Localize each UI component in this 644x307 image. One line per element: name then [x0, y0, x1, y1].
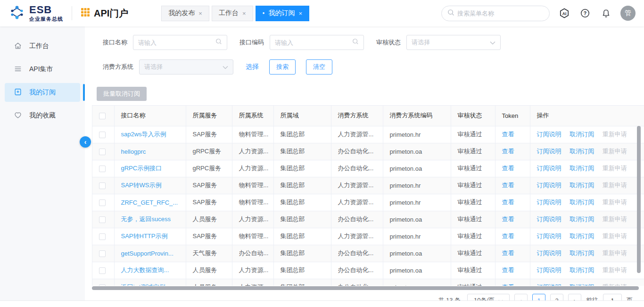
row-checkbox[interactable]: [99, 132, 106, 138]
status-badge: 审核通过: [451, 143, 495, 160]
interface-name-input[interactable]: [138, 39, 213, 46]
interface-name-link[interactable]: 人力大数据查询...: [121, 266, 169, 274]
interface-name-link[interactable]: SAP转WS示例: [121, 182, 162, 189]
batch-unsubscribe-button[interactable]: 批量取消订阅: [97, 87, 147, 101]
token-view-link[interactable]: 查看: [502, 148, 514, 155]
table-row: hellogprc gRPC服务 人力资源... 集团总部 办公自动化... p…: [92, 143, 644, 160]
unsubscribe-link[interactable]: 取消订阅: [570, 283, 594, 286]
consumer-cell: 办公自动化...: [331, 211, 383, 228]
reapply-link[interactable]: 重新申请: [603, 249, 627, 257]
unsubscribe-link[interactable]: 取消订阅: [570, 199, 594, 206]
help-icon[interactable]: ?: [579, 7, 591, 19]
clear-button[interactable]: 清空: [306, 59, 332, 75]
reapply-link[interactable]: 重新申请: [603, 182, 627, 189]
token-view-link[interactable]: 查看: [502, 165, 514, 172]
reapply-link[interactable]: 重新申请: [603, 131, 627, 138]
service-cell: SAP服务: [186, 177, 232, 194]
subscription-note-link[interactable]: 订阅说明: [537, 199, 561, 206]
subscription-note-link[interactable]: 订阅说明: [537, 266, 561, 274]
token-view-link[interactable]: 查看: [502, 232, 514, 240]
unsubscribe-link[interactable]: 取消订阅: [570, 148, 594, 155]
consumer-system-select[interactable]: 请选择: [139, 59, 233, 75]
bell-icon[interactable]: [600, 7, 612, 19]
subscription-note-link[interactable]: 订阅说明: [537, 249, 561, 257]
row-checkbox[interactable]: [99, 267, 106, 274]
horizontal-scrollbar[interactable]: [92, 286, 639, 290]
unsubscribe-link[interactable]: 取消订阅: [570, 165, 594, 172]
avatar[interactable]: 管: [620, 6, 636, 21]
close-icon[interactable]: ×: [198, 10, 202, 17]
subscription-note-link[interactable]: 订阅说明: [537, 148, 561, 155]
row-checkbox[interactable]: [99, 199, 106, 206]
reapply-link[interactable]: 重新申请: [603, 165, 627, 172]
footer-strip: [0, 300, 644, 307]
header-actions: AI ? 管: [441, 6, 636, 21]
interface-name-link[interactable]: hellogprc: [121, 148, 146, 155]
unsubscribe-link[interactable]: 取消订阅: [570, 216, 594, 223]
tab-workbench[interactable]: 工作台 ×: [212, 6, 253, 21]
reapply-link[interactable]: 重新申请: [603, 148, 627, 155]
token-view-link[interactable]: 查看: [502, 266, 514, 274]
interface-name-link[interactable]: sap2ws导入示例: [121, 131, 166, 138]
reapply-link[interactable]: 重新申请: [603, 266, 627, 274]
unsubscribe-link[interactable]: 取消订阅: [570, 232, 594, 240]
unsubscribe-link[interactable]: 取消订阅: [570, 266, 594, 274]
token-view-link[interactable]: 查看: [502, 283, 514, 286]
menu-search[interactable]: [441, 6, 550, 21]
tab-my-subscriptions[interactable]: ● 我的订阅 ×: [256, 6, 309, 21]
select-all-checkbox[interactable]: [99, 113, 106, 119]
interface-name-link[interactable]: ZRFC_GET_RFC_...: [121, 199, 178, 206]
subscription-note-link[interactable]: 订阅说明: [537, 216, 561, 223]
row-checkbox[interactable]: [99, 284, 106, 286]
unsubscribe-link[interactable]: 取消订阅: [570, 182, 594, 189]
consumer-cell: 人力资源管...: [331, 228, 383, 245]
subscription-note-link[interactable]: 订阅说明: [537, 131, 561, 138]
unsubscribe-link[interactable]: 取消订阅: [570, 249, 594, 257]
reapply-link[interactable]: 重新申请: [603, 283, 627, 286]
row-checkbox[interactable]: [99, 183, 106, 189]
token-view-link[interactable]: 查看: [502, 216, 514, 223]
search-button[interactable]: 搜索: [269, 59, 296, 75]
domain-cell: 集团总部: [273, 126, 331, 143]
sidebar-item-api-market[interactable]: API集市: [5, 60, 80, 79]
sidebar-item-my-favorites[interactable]: 我的收藏: [5, 106, 80, 125]
audit-status-select[interactable]: 请选择: [406, 35, 501, 50]
interface-name-link[interactable]: getSupportProvin...: [121, 250, 173, 257]
interface-code-input[interactable]: [275, 39, 349, 46]
interface-name-link[interactable]: gRPC示例接口: [121, 165, 162, 172]
consumer-system-choose-link[interactable]: 选择: [246, 63, 259, 71]
vertical-scrollbar[interactable]: [637, 126, 641, 273]
token-view-link[interactable]: 查看: [502, 199, 514, 206]
reapply-link[interactable]: 重新申请: [603, 199, 627, 206]
sidebar-item-my-subscriptions[interactable]: 我的订阅: [5, 83, 80, 102]
row-checkbox[interactable]: [99, 233, 106, 240]
row-checkbox[interactable]: [99, 250, 106, 257]
subscription-note-link[interactable]: 订阅说明: [537, 182, 561, 189]
token-view-link[interactable]: 查看: [502, 182, 514, 189]
interface-name-link[interactable]: 无参，返回sucess: [121, 216, 171, 223]
status-badge: 审核通过: [451, 245, 495, 262]
heart-icon: [13, 110, 23, 121]
close-icon[interactable]: ×: [242, 10, 246, 17]
row-checkbox[interactable]: [99, 216, 106, 223]
unsubscribe-link[interactable]: 取消订阅: [570, 131, 594, 138]
subscription-note-link[interactable]: 订阅说明: [537, 232, 561, 240]
reapply-link[interactable]: 重新申请: [603, 232, 627, 240]
token-view-link[interactable]: 查看: [502, 131, 514, 138]
token-view-link[interactable]: 查看: [502, 249, 514, 257]
row-checkbox[interactable]: [99, 149, 106, 155]
sidebar-item-workbench[interactable]: 工作台: [5, 37, 80, 56]
ai-assistant-icon[interactable]: AI: [558, 7, 570, 19]
row-checkbox[interactable]: [99, 166, 106, 172]
reapply-link[interactable]: 重新申请: [603, 216, 627, 223]
subscription-note-link[interactable]: 订阅说明: [537, 283, 561, 286]
search-input[interactable]: [457, 10, 544, 17]
interface-name-link[interactable]: SAP转HTTP示例: [121, 232, 168, 240]
interface-name-link[interactable]: 返回jwt测试实例: [121, 283, 165, 286]
table-row: gRPC示例接口 gRPC服务 人力资源... 集团总部 办公自动化... pr…: [92, 160, 644, 177]
sidebar-collapse-button[interactable]: ‹: [80, 136, 91, 148]
status-badge: 审核通过: [451, 262, 495, 279]
close-icon[interactable]: ×: [298, 10, 302, 17]
tab-my-publish[interactable]: 我的发布 ×: [161, 6, 209, 21]
subscription-note-link[interactable]: 订阅说明: [537, 165, 561, 172]
